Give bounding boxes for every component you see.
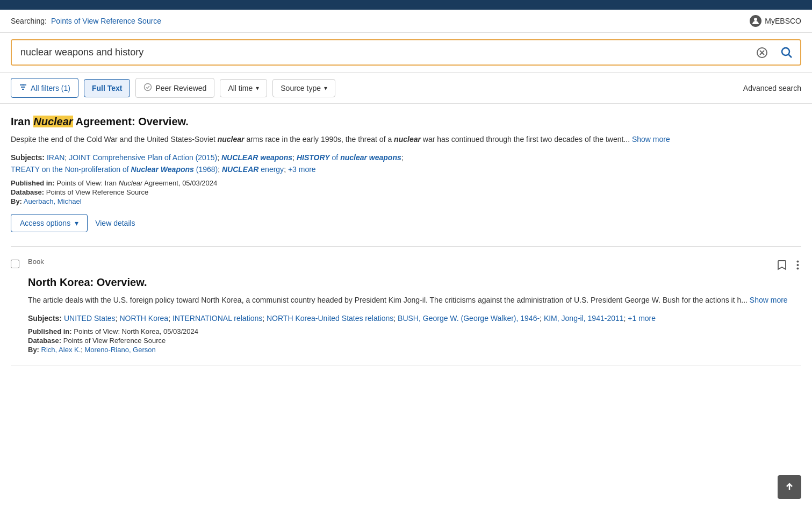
subject-history-nuclear[interactable]: HISTORY of nuclear weapons	[297, 153, 401, 162]
by-2: By: Rich, Alex K.; Moreno-Riano, Gerson	[28, 346, 801, 354]
subject-nuclear-energy[interactable]: NUCLEAR energy	[222, 165, 284, 174]
author-rich[interactable]: Rich, Alex K.	[41, 346, 81, 354]
subject-intl[interactable]: INTERNATIONAL relations	[173, 314, 262, 323]
subject-iran[interactable]: IRAN	[47, 153, 64, 162]
subject-plus1[interactable]: +1 more	[628, 314, 656, 323]
subject-plus3[interactable]: +3 more	[288, 165, 316, 174]
svg-point-11	[797, 260, 799, 262]
subject-jcpoa[interactable]: JOINT Comprehensive Plan of Action (2015…	[69, 153, 217, 162]
subjects-line-1: Subjects: IRAN; JOINT Comprehensive Plan…	[11, 152, 670, 176]
peer-reviewed-label: Peer Reviewed	[155, 84, 206, 92]
result-description-2: The article deals with the U.S. foreign …	[28, 295, 801, 306]
svg-point-4	[782, 48, 789, 55]
search-input[interactable]	[12, 40, 751, 65]
database-1: Database: Points of View Reference Sourc…	[11, 188, 670, 196]
all-time-chevron-icon: ▾	[256, 84, 259, 92]
svg-point-0	[754, 18, 757, 21]
source-type-button[interactable]: Source type ▾	[272, 79, 335, 97]
title-pre-1: Iran	[11, 116, 33, 127]
full-text-label: Full Text	[92, 84, 123, 92]
subject-nk[interactable]: NORTH Korea	[119, 314, 168, 323]
filters-bar: All filters (1) Full Text Peer Reviewed …	[0, 73, 812, 104]
all-time-button[interactable]: All time ▾	[220, 79, 267, 97]
author-auerbach[interactable]: Auerbach, Michael	[24, 197, 82, 205]
result-title-2: North Korea: Overview.	[28, 275, 801, 289]
by-1: By: Auerbach, Michael	[11, 197, 670, 205]
view-details-link-1[interactable]: View details	[95, 219, 135, 227]
access-options-button-1[interactable]: Access options ▾	[11, 214, 88, 232]
result-content-2: Book North Korea: Overview. The article	[28, 258, 801, 355]
result-actions-1: Access options ▾ View details	[11, 214, 670, 232]
subject-kim[interactable]: KIM, Jong-il, 1941-2011	[544, 314, 624, 323]
access-options-label-1: Access options	[20, 219, 70, 227]
result-2-checkbox[interactable]	[11, 260, 19, 268]
show-more-1[interactable]: Show more	[632, 135, 670, 144]
result-2-icons	[775, 258, 801, 275]
table-row: Book North Korea: Overview. The article	[11, 247, 801, 366]
svg-line-5	[789, 54, 792, 58]
result-2-checkbox-area: Book North Korea: Overview. The article	[11, 258, 801, 355]
myebsco-button[interactable]: MyEBSCO	[750, 15, 801, 27]
access-options-chevron-icon: ▾	[75, 219, 78, 227]
more-options-button-2[interactable]	[794, 258, 801, 275]
result-type-2: Book	[28, 258, 44, 266]
all-filters-button[interactable]: All filters (1)	[11, 78, 78, 98]
subject-us[interactable]: UNITED States	[64, 314, 116, 323]
results-container: Iran Nuclear Agreement: Overview. Despit…	[0, 104, 812, 366]
table-row: Iran Nuclear Agreement: Overview. Despit…	[11, 104, 801, 247]
subject-nuclear-weapons[interactable]: NUCLEAR weapons	[221, 153, 292, 162]
advanced-search-link[interactable]: Advanced search	[743, 84, 801, 92]
svg-point-9	[23, 84, 24, 86]
svg-point-12	[797, 264, 799, 266]
subject-treaty[interactable]: TREATY on the Non-proliferation of Nucle…	[11, 165, 218, 174]
searching-source-link[interactable]: Points of View Reference Source	[51, 17, 161, 25]
filter-icon	[19, 83, 27, 93]
subject-bush[interactable]: BUSH, George W. (George Walker), 1946-	[398, 314, 540, 323]
myebsco-icon	[750, 15, 761, 27]
result-content-1: Iran Nuclear Agreement: Overview. Despit…	[11, 115, 670, 232]
header: Searching: Points of View Reference Sour…	[0, 10, 812, 33]
search-bar-container	[0, 33, 812, 73]
title-highlight-1: Nuclear	[33, 116, 73, 127]
svg-point-13	[797, 267, 799, 269]
svg-point-10	[145, 84, 152, 91]
subject-nk-us[interactable]: NORTH Korea-United States relations	[267, 314, 393, 323]
all-time-label: All time	[228, 84, 253, 92]
searching-label: Searching:	[11, 17, 47, 25]
database-2: Database: Points of View Reference Sourc…	[28, 337, 801, 345]
source-type-chevron-icon: ▾	[324, 84, 327, 92]
search-input-wrapper	[11, 39, 801, 66]
bookmark-button-2[interactable]	[775, 258, 789, 275]
source-type-label: Source type	[281, 84, 321, 92]
result-description-1: Despite the end of the Cold War and the …	[11, 134, 670, 145]
all-filters-label: All filters (1)	[31, 84, 70, 92]
full-text-filter-button[interactable]: Full Text	[84, 79, 131, 97]
result-header-1: Iran Nuclear Agreement: Overview. Despit…	[11, 115, 801, 232]
published-1: Published in: Points of View: Iran Nucle…	[11, 179, 670, 187]
myebsco-label: MyEBSCO	[765, 17, 801, 25]
search-clear-button[interactable]	[751, 42, 773, 63]
show-more-2[interactable]: Show more	[750, 296, 788, 304]
published-2: Published in: Points of View: North Kore…	[28, 327, 801, 335]
top-bar	[0, 0, 812, 10]
subjects-line-2: Subjects: UNITED States; NORTH Korea; IN…	[28, 312, 801, 324]
peer-reviewed-button[interactable]: Peer Reviewed	[135, 78, 214, 98]
peer-reviewed-icon	[143, 83, 152, 93]
title-post-1: Agreement: Overview.	[73, 116, 189, 127]
result-title-1: Iran Nuclear Agreement: Overview.	[11, 115, 670, 128]
author-moreno[interactable]: Moreno-Riano, Gerson	[85, 346, 156, 354]
search-button[interactable]	[773, 42, 800, 63]
